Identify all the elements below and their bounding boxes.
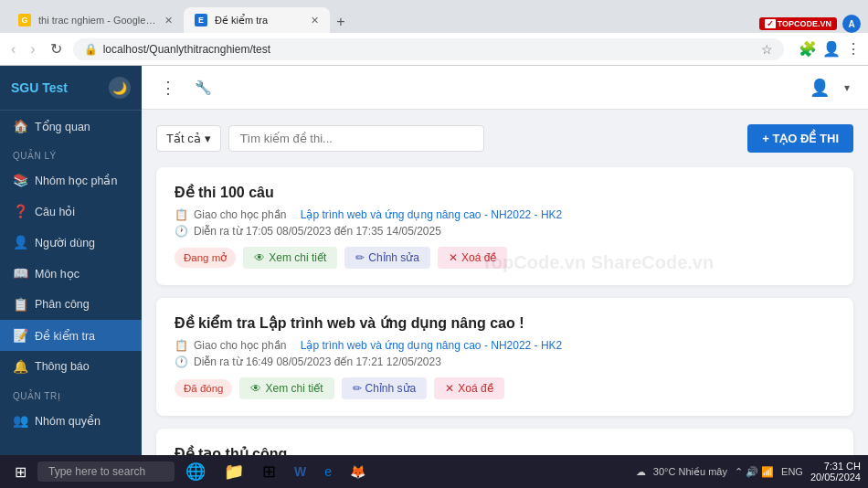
sidebar-item-nguoi-dung[interactable]: 👤 Người dùng <box>0 227 142 258</box>
more-icon[interactable]: ⋮ <box>846 40 861 58</box>
sidebar-item-nhom-quyen[interactable]: 👥 Nhóm quyền <box>0 405 142 436</box>
sidebar-header: SGU Test 🌙 <box>0 66 142 111</box>
view-detail-button-0[interactable]: 👁 Xem chi tiết <box>243 247 337 269</box>
address-field[interactable]: 🔒 localhost/Quanlythitracnghiem/test ☆ <box>73 38 784 60</box>
view-detail-button-1[interactable]: 👁 Xem chi tiết <box>239 377 333 399</box>
user-chevron-icon[interactable]: ▾ <box>841 78 853 98</box>
exam-status-badge-1: Đã đóng <box>175 379 232 398</box>
sidebar: SGU Test 🌙 🏠 Tổng quan QUẢN LÝ 📚 Nhóm họ… <box>0 66 142 455</box>
exam-meta-class-0: 📋 Giao cho học phần Lập trình web và ứng… <box>175 208 835 221</box>
delete-icon-0: ✕ <box>449 251 458 264</box>
delete-button-0[interactable]: ✕ Xoá đề <box>438 247 507 269</box>
header-right: 👤 ▾ <box>806 74 853 101</box>
settings-wrench-icon[interactable]: 🔧 <box>191 76 216 100</box>
new-tab-button[interactable]: + <box>330 11 352 33</box>
exam-card-1: Đề kiểm tra Lập trình web và ứng dụng nâ… <box>156 298 853 416</box>
class-icon-0: 📋 <box>175 208 188 221</box>
edit-icon-1: ✏ <box>353 382 362 395</box>
view-label-1: Xem chi tiết <box>265 382 323 395</box>
tab-google-drive-label: thi trac nghiem - Google Drive <box>38 15 157 26</box>
browser-actions: 🧩 👤 ⋮ <box>799 40 861 58</box>
tab-bar: G thi trac nghiem - Google Drive ✕ E Đề … <box>0 0 868 33</box>
filter-dropdown[interactable]: Tất cả ▾ <box>156 125 221 152</box>
exam-meta-time-0: 🕐 Diễn ra từ 17:05 08/05/2023 đến 17:35 … <box>175 225 835 238</box>
filter-label: Tất cả <box>166 132 201 145</box>
clock-icon-0: 🕐 <box>175 225 188 238</box>
exam-class-label-1: Giao cho học phần <box>194 339 286 352</box>
view-label-0: Xem chi tiết <box>269 251 326 264</box>
search-input[interactable] <box>228 125 484 152</box>
sidebar-item-de-kiem-tra[interactable]: 📝 Đề kiểm tra <box>0 320 142 351</box>
topcode-logo-text: TOPCODE.VN <box>778 19 831 28</box>
exam-status-badge-0: Đang mở <box>175 248 236 268</box>
lock-icon: 🔒 <box>84 43 98 56</box>
view-icon-0: 👁 <box>254 251 265 264</box>
cau-hoi-icon: ❓ <box>13 204 27 218</box>
exam-time-0: Diễn ra từ 17:05 08/05/2023 đến 17:35 14… <box>194 225 441 238</box>
tab-de-kiem-tra[interactable]: E Đề kiểm tra ✕ <box>184 7 330 33</box>
filter-chevron-icon: ▾ <box>205 132 211 145</box>
search-bar: Tất cả ▾ + TẠO ĐỀ THI <box>156 124 853 153</box>
tab-de-kiem-tra-label: Đề kiểm tra <box>215 15 303 27</box>
nguoi-dung-icon: 👤 <box>13 235 27 249</box>
user-profile-avatar: A <box>842 15 861 33</box>
home-icon: 🏠 <box>13 119 27 133</box>
sidebar-item-cau-hoi[interactable]: ❓ Câu hỏi <box>0 196 142 227</box>
create-exam-button[interactable]: + TẠO ĐỀ THI <box>747 124 853 153</box>
exam-class-name-0: Lập trình web và ứng dụng nâng cao - NH2… <box>301 208 563 221</box>
sidebar-item-overview-label: Tổng quan <box>35 120 90 133</box>
view-icon-1: 👁 <box>250 382 261 395</box>
sidebar-item-thong-bao-label: Thông báo <box>35 360 90 373</box>
address-text: localhost/Quanlythitracnghiem/test <box>103 43 756 56</box>
sidebar-item-cau-hoi-label: Câu hỏi <box>35 205 75 218</box>
edit-button-1[interactable]: ✏ Chỉnh sửa <box>342 377 428 399</box>
forward-button[interactable]: › <box>26 37 38 61</box>
main-content: TopCode.vn ShareCode.vn Tất cả ▾ + TẠO Đ… <box>142 110 868 455</box>
tab-google-drive[interactable]: G thi trac nghiem - Google Drive ✕ <box>7 7 184 33</box>
sidebar-section-quanly: QUẢN LÝ <box>0 142 142 164</box>
exam-time-1: Diễn ra từ 16:49 08/05/2023 đến 17:21 12… <box>194 355 441 368</box>
sidebar-brand: SGU Test <box>11 80 68 95</box>
reload-button[interactable]: ↻ <box>47 37 66 61</box>
exam-title-2: Đề tạo thủ công <box>175 445 835 455</box>
address-bar: ‹ › ↻ 🔒 localhost/Quanlythitracnghiem/te… <box>0 33 868 66</box>
menu-dots-icon[interactable]: ⋮ <box>156 74 180 101</box>
sidebar-item-nhom-hoc-phan[interactable]: 📚 Nhóm học phần <box>0 164 142 196</box>
sidebar-item-thong-bao[interactable]: 🔔 Thông báo <box>0 351 142 382</box>
star-icon: ☆ <box>761 42 773 57</box>
delete-icon-1: ✕ <box>445 382 454 395</box>
extensions-icon[interactable]: 🧩 <box>799 40 817 58</box>
back-button[interactable]: ‹ <box>7 37 19 61</box>
tab-close-active[interactable]: ✕ <box>311 15 319 27</box>
sidebar-item-nhom-hoc-phan-label: Nhóm học phần <box>35 174 117 187</box>
tab-google-drive-icon: G <box>18 14 31 27</box>
delete-label-1: Xoá đề <box>458 382 492 395</box>
edit-icon-0: ✏ <box>355 251 365 264</box>
edit-button-0[interactable]: ✏ Chỉnh sửa <box>344 247 430 269</box>
exam-actions-0: Đang mở 👁 Xem chi tiết ✏ Chỉnh sửa ✕ Xoá… <box>175 247 835 269</box>
user-account-icon[interactable]: 👤 <box>806 74 833 101</box>
dark-mode-toggle[interactable]: 🌙 <box>109 77 131 99</box>
profile-icon[interactable]: 👤 <box>822 40 841 58</box>
nhom-quyen-icon: 👥 <box>13 413 27 428</box>
sidebar-item-de-kiem-tra-label: Đề kiểm tra <box>35 329 95 343</box>
delete-label-0: Xoá đề <box>461 251 496 264</box>
exam-meta-class-1: 📋 Giao cho học phần Lập trình web và ứng… <box>175 339 835 352</box>
header-bar: ⋮ 🔧 👤 ▾ <box>142 66 868 110</box>
edit-label-0: Chỉnh sửa <box>368 251 419 264</box>
topcode-logo: ✓ TOPCODE.VN <box>759 17 837 30</box>
exam-title-1: Đề kiểm tra Lập trình web và ứng dụng nâ… <box>175 314 835 332</box>
sidebar-item-overview[interactable]: 🏠 Tổng quan <box>0 111 142 142</box>
sidebar-item-mon-hoc-label: Môn học <box>35 267 79 281</box>
exam-card-0: Đề thi 100 câu 📋 Giao cho học phần Lập t… <box>156 167 853 285</box>
nhom-hoc-phan-icon: 📚 <box>13 173 27 187</box>
tab-close-inactive[interactable]: ✕ <box>164 15 173 27</box>
phan-cong-icon: 📋 <box>13 297 27 312</box>
mon-hoc-icon: 📖 <box>13 266 27 281</box>
sidebar-item-mon-hoc[interactable]: 📖 Môn học <box>0 258 142 289</box>
sidebar-section-quantri: QUẢN TRỊ <box>0 382 142 405</box>
sidebar-item-phan-cong[interactable]: 📋 Phân công <box>0 289 142 320</box>
exam-title-0: Đề thi 100 câu <box>175 184 835 201</box>
delete-button-1[interactable]: ✕ Xoá đề <box>434 377 503 399</box>
exam-class-name-1: Lập trình web và ứng dụng nâng cao - NH2… <box>301 339 563 352</box>
